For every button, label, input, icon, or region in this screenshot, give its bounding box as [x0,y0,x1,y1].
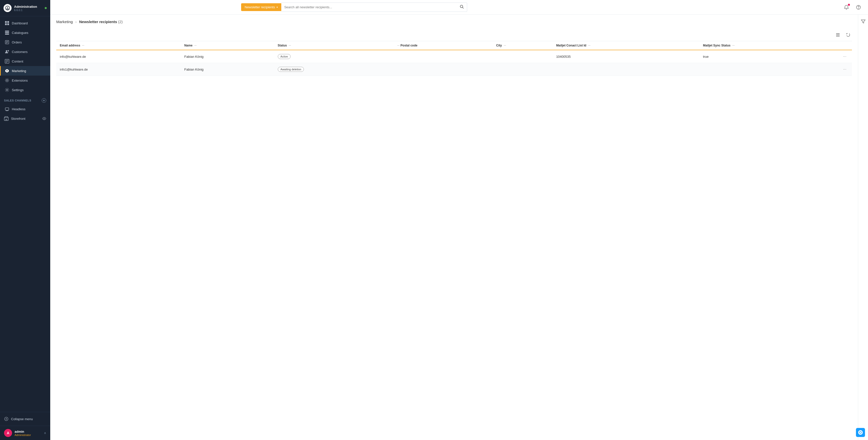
main-content: Newsletter recipients ▾ [50,0,868,440]
table-toolbar [56,29,852,41]
col-header-actions [837,41,852,50]
status-badge: Awaiting deletion [278,67,304,72]
settings-icon [5,88,9,92]
sales-channels-label: Sales Channels + [0,95,50,104]
catalogues-icon [5,30,9,35]
brand-info: Administration 6.6.0.1 [14,5,37,11]
cell-postal [393,63,493,76]
sidebar-item-label: Storefront [11,117,40,121]
svg-rect-24 [836,36,840,36]
col-menu-mailjet-sync[interactable]: ··· [733,44,735,47]
sidebar-item-label: Headless [12,107,25,111]
svg-rect-2 [7,21,9,23]
filter-button[interactable] [859,17,868,27]
cell-status: Awaiting deletion [274,63,393,76]
col-header-mailjet-sync: Mailjet Sync Status ··· [700,41,837,50]
cell-mailjet-sync [700,63,837,76]
status-badge: Active [278,54,291,59]
sidebar-item-storefront[interactable]: Storefront [0,114,50,123]
sidebar-item-customers[interactable]: Customers [0,47,50,57]
sidebar-item-content[interactable]: Content [0,57,50,66]
table-row: info@kuhlware.de Fabian König Active [56,50,852,63]
cell-actions: ··· [837,63,852,76]
search-type-button[interactable]: Newsletter recipients ▾ [241,3,281,11]
breadcrumb-separator: › [75,20,76,24]
sidebar-item-label: Catalogues [12,31,28,35]
search-submit-button[interactable] [457,3,467,11]
sidebar-item-marketing[interactable]: Marketing [0,66,50,75]
row-actions-button[interactable]: ··· [841,53,848,60]
topbar-actions [842,3,863,12]
content-area: Marketing › Newsletter recipients (2) [50,14,858,440]
row-actions-button[interactable]: ··· [841,66,848,72]
sidebar-item-label: Settings [12,88,24,92]
col-menu-mailjet-list[interactable]: ··· [588,44,590,47]
refresh-icon [846,33,850,37]
cell-mailjet-list [553,63,700,76]
sidebar-item-label: Content [12,60,23,63]
col-header-city: City ··· [493,41,553,50]
table-row: info1@kuhlware.de Fabian König Awaiting … [56,63,852,76]
headless-icon [5,107,9,111]
sidebar-item-settings[interactable]: Settings [0,85,50,95]
list-view-icon [836,33,840,37]
svg-rect-5 [5,31,9,32]
collapse-menu-button[interactable]: Collapse menu [0,414,50,424]
svg-point-10 [8,50,9,52]
sidebar-item-label: Extensions [12,78,28,83]
cell-status: Active [274,50,393,63]
sidebar-item-catalogues[interactable]: Catalogues [0,28,50,37]
sidebar-item-headless[interactable]: Headless [0,104,50,114]
add-sales-channel-button[interactable]: + [42,98,46,103]
breadcrumb: Marketing › Newsletter recipients (2) [56,20,852,24]
svg-rect-22 [836,33,840,34]
sidebar-item-extensions[interactable]: Extensions [0,75,50,85]
sidebar-item-dashboard[interactable]: Dashboard [0,18,50,28]
breadcrumb-count: (2) [118,20,123,24]
avatar: A [4,429,12,437]
cell-city [493,63,553,76]
user-section[interactable]: A admin Administrator ∧ [0,426,50,440]
search-type-chevron-icon: ▾ [277,6,278,8]
search-type-label: Newsletter recipients [245,5,275,9]
svg-point-12 [6,70,7,71]
content-icon [5,59,9,64]
svg-rect-3 [5,23,7,25]
brand-name: Administration [14,5,37,8]
svg-point-14 [6,89,8,91]
breadcrumb-parent: Marketing [56,20,73,24]
search-container: Newsletter recipients ▾ [241,2,467,12]
user-chevron-icon: ∧ [44,431,46,435]
shopware-icon[interactable] [856,428,865,437]
list-view-button[interactable] [834,31,842,39]
sidebar-item-label: Dashboard [12,21,28,25]
svg-rect-23 [836,35,840,35]
topbar: Newsletter recipients ▾ [50,0,868,14]
col-menu-postal-dots[interactable]: ··· [397,44,400,47]
col-menu-name[interactable]: ··· [194,44,197,47]
user-info: admin Administrator [14,430,41,437]
search-input-wrap [281,2,467,12]
col-menu-status[interactable]: ··· [289,44,291,47]
notification-dot [848,4,850,6]
col-header-name: Name ··· [181,41,274,50]
svg-point-9 [6,50,7,52]
svg-rect-15 [5,108,9,110]
help-icon [856,5,861,10]
col-header-mailjet-list: Mailjet Conact List Id ··· [553,41,700,50]
help-button[interactable] [854,3,863,12]
cell-name: Fabian König [181,50,274,63]
cell-mailjet-list: 10400535 [553,50,700,63]
refresh-button[interactable] [844,31,852,39]
status-dot [45,7,47,9]
dashboard-icon [5,21,9,25]
cell-mailjet-sync: true [700,50,837,63]
col-menu-city[interactable]: ··· [504,44,506,47]
search-input[interactable] [281,3,457,11]
col-menu-email[interactable]: ··· [82,44,84,47]
col-header-postal: ··· Postal code [393,41,493,50]
sidebar-item-orders[interactable]: Orders [0,37,50,47]
svg-point-13 [6,80,8,81]
table-header-row: Email address ··· Name ··· Status ··· [56,41,852,50]
notifications-button[interactable] [842,3,851,12]
